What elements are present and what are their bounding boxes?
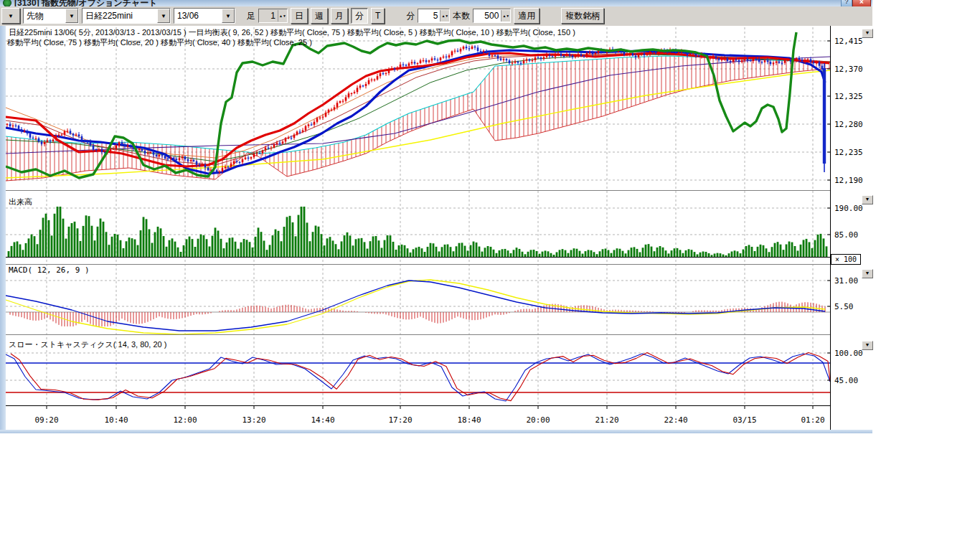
macd-pane-label: MACD( 12, 26, 9 ) [9, 265, 90, 275]
main-pane-menu-button[interactable]: ▼ [862, 29, 873, 38]
chart-area: 12,41512,37012,32512,28012,23512,190190.… [0, 26, 872, 433]
svg-text:21:20: 21:20 [595, 415, 618, 425]
svg-text:45.00: 45.00 [834, 376, 858, 385]
svg-text:190.00: 190.00 [834, 204, 863, 213]
contract-select[interactable]: 13/06 ▼ [174, 8, 235, 24]
bar-interval-value: 1 [259, 11, 278, 21]
toolbar: ▼ 先物 ▼ 日経225mini ▼ 13/06 ▼ 足 1 ▲▼ [0, 6, 872, 27]
spinner-arrows-icon[interactable]: ▲▼ [278, 10, 287, 22]
period-minute-button[interactable]: 分 [351, 8, 368, 24]
svg-text:5.50: 5.50 [834, 302, 854, 311]
count-label: 本数 [453, 10, 470, 22]
symbol-select[interactable]: 日経225mini ▼ [82, 8, 171, 24]
macd-pane-menu-button[interactable]: ▼ [862, 269, 873, 278]
svg-text:12,415: 12,415 [834, 37, 863, 46]
chevron-down-icon: ▼ [157, 9, 170, 23]
stoch-pane-menu-button[interactable]: ▼ [862, 341, 873, 350]
bar-label: 足 [247, 10, 255, 22]
volume-pane-menu-button[interactable]: ▼ [862, 195, 873, 204]
close-button[interactable]: × [852, 0, 871, 6]
count-stepper[interactable]: 500 ▲▼ [473, 9, 511, 23]
multi-symbol-button[interactable]: 複数銘柄 [561, 8, 604, 24]
titlebar[interactable]: [3130] 指数先物/オプションチャート ? × [0, 0, 872, 6]
chevron-down-icon: ▼ [65, 9, 78, 23]
help-button[interactable]: ? [841, 0, 852, 6]
chart-window: [3130] 指数先物/オプションチャート ? × ▼ 先物 ▼ 日経225mi… [0, 0, 872, 433]
svg-text:100.00: 100.00 [834, 349, 863, 358]
period-week-button[interactable]: 週 [311, 8, 328, 24]
chevron-down-icon: ▼ [222, 9, 235, 23]
svg-text:12:00: 12:00 [173, 415, 197, 425]
svg-text:10:40: 10:40 [104, 415, 128, 425]
spinner-arrows-icon[interactable]: ▲▼ [440, 10, 449, 22]
svg-text:12,280: 12,280 [834, 120, 863, 129]
chevron-down-icon: ▼ [8, 13, 14, 19]
svg-text:20:00: 20:00 [526, 415, 550, 425]
svg-text:17:20: 17:20 [388, 415, 412, 425]
contract-value: 13/06 [174, 11, 202, 21]
volume-multiplier-badge: × 100 [831, 254, 861, 265]
svg-text:31.00: 31.00 [834, 276, 858, 286]
apply-button[interactable]: 適用 [514, 8, 540, 24]
svg-text:12,325: 12,325 [834, 92, 863, 101]
svg-text:12,235: 12,235 [834, 148, 863, 157]
svg-text:01:20: 01:20 [801, 415, 824, 425]
bar-interval-stepper[interactable]: 1 ▲▼ [258, 9, 288, 23]
stoch-pane-label: スロー・ストキャスティクス( 14, 3, 80, 20 ) [9, 339, 166, 350]
minute-stepper[interactable]: 5 ▲▼ [418, 9, 450, 23]
window-title: [3130] 指数先物/オプションチャート [14, 0, 158, 6]
svg-text:12,370: 12,370 [834, 65, 863, 74]
svg-text:85.00: 85.00 [834, 230, 858, 240]
symbol-type-value: 先物 [24, 10, 47, 22]
svg-text:22:40: 22:40 [664, 415, 687, 425]
desktop: [3130] 指数先物/オプションチャート ? × ▼ 先物 ▼ 日経225mi… [0, 0, 980, 551]
svg-text:13:20: 13:20 [242, 415, 265, 425]
spinner-arrows-icon[interactable]: ▲▼ [501, 10, 510, 22]
window-frame-left [0, 26, 6, 430]
svg-text:09:20: 09:20 [34, 415, 58, 425]
count-value: 500 [473, 11, 501, 21]
period-month-button[interactable]: 月 [331, 8, 348, 24]
svg-text:03/15: 03/15 [732, 415, 756, 425]
symbol-menu-button[interactable]: ▼ [1, 8, 20, 24]
chart-header-line1: 日経225mini 13/06( 5分, 2013/03/13 - 2013/0… [9, 27, 575, 38]
svg-text:18:40: 18:40 [457, 415, 481, 425]
chart-canvas[interactable]: 12,41512,37012,32512,28012,23512,190190.… [0, 26, 872, 433]
svg-text:14:40: 14:40 [311, 415, 334, 425]
window-frame-bottom [0, 430, 872, 433]
minute-label: 分 [406, 10, 415, 22]
symbol-type-select[interactable]: 先物 ▼ [23, 8, 79, 24]
period-day-button[interactable]: 日 [291, 8, 308, 24]
volume-pane-label: 出来高 [9, 197, 32, 207]
app-icon [3, 0, 11, 6]
symbol-value: 日経225mini [83, 10, 136, 22]
chart-header-line2: 移動平均( Close, 75 ) 移動平均( Close, 20 ) 移動平均… [7, 37, 312, 48]
svg-text:12,190: 12,190 [834, 176, 863, 185]
period-tick-button[interactable]: T [371, 8, 385, 24]
minute-value: 5 [418, 11, 440, 21]
